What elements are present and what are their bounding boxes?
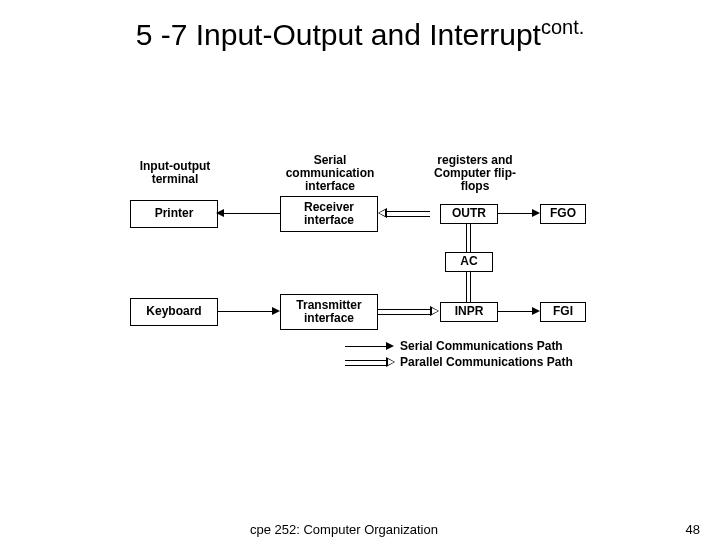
par-arrow-1 xyxy=(378,208,387,218)
par-line-2 xyxy=(377,309,431,315)
title-main: 5 -7 Input-Output and Interrupt xyxy=(136,18,541,51)
col3-label: registers and Computer flip-flops xyxy=(425,154,525,194)
v-ac-inpr-a xyxy=(466,271,467,302)
legend-par-arrow xyxy=(386,357,395,367)
col1-label: Input-output terminal xyxy=(125,160,225,186)
serial-arrow-1 xyxy=(216,209,224,217)
outr-box: OUTR xyxy=(440,204,498,224)
serial-line-1 xyxy=(224,213,280,214)
fgo-box: FGO xyxy=(540,204,586,224)
printer-box: Printer xyxy=(130,200,218,228)
inpr-box: INPR xyxy=(440,302,498,322)
v-ac-outr-b xyxy=(470,223,471,252)
footer-course: cpe 252: Computer Organization xyxy=(250,522,438,537)
slide-title: 5 -7 Input-Output and Interruptcont. xyxy=(0,16,720,53)
serial-arrow-2 xyxy=(272,307,280,315)
arrow-outr-fgo xyxy=(532,209,540,217)
title-sup: cont. xyxy=(541,16,584,38)
legend-serial-text: Serial Communications Path xyxy=(400,339,563,353)
keyboard-box: Keyboard xyxy=(130,298,218,326)
line-inpr-fgi xyxy=(497,311,533,312)
serial-line-2 xyxy=(217,311,273,312)
par-arrow-2 xyxy=(430,306,439,316)
legend-par-line xyxy=(345,360,387,366)
footer-page: 48 xyxy=(686,522,700,537)
legend-parallel-text: Parallel Communications Path xyxy=(400,355,573,369)
v-ac-inpr-b xyxy=(470,271,471,302)
fgi-box: FGI xyxy=(540,302,586,322)
receiver-box: Receiver interface xyxy=(280,196,378,232)
ac-box: AC xyxy=(445,252,493,272)
legend-serial-line xyxy=(345,346,387,347)
v-ac-outr-a xyxy=(466,223,467,252)
arrow-inpr-fgi xyxy=(532,307,540,315)
transmitter-box: Transmitter interface xyxy=(280,294,378,330)
par-line-1 xyxy=(386,211,430,217)
col2-label: Serial communication interface xyxy=(275,154,385,194)
io-diagram: Input-output terminal Serial communicati… xyxy=(0,160,720,380)
legend-serial-arrow xyxy=(386,342,394,350)
line-outr-fgo xyxy=(497,213,533,214)
